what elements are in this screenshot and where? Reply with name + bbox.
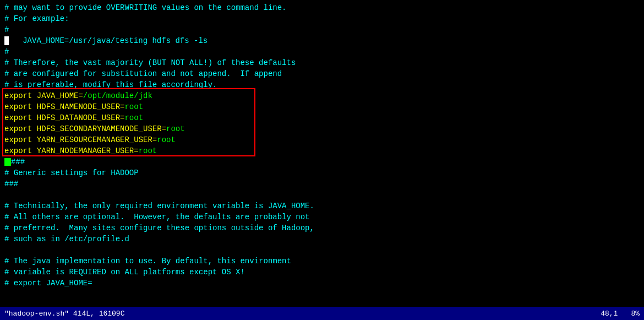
code-line: # Technically, the only required environ…	[4, 200, 640, 211]
code-line: ###	[4, 178, 640, 189]
code-line: # The java implementation to use. By def…	[4, 256, 640, 267]
code-line: # All others are optional. However, the …	[4, 211, 640, 223]
code-line: export HDFS_DATANODE_USER=root	[4, 112, 640, 123]
code-line: export HDFS_SECONDARYNAMENODE_USER=root	[4, 123, 640, 134]
code-line: JAVA_HOME=/usr/java/testing hdfs dfs -ls	[4, 35, 640, 46]
code-line: # such as in /etc/profile.d	[4, 234, 640, 245]
code-editor: # may want to provide OVERWRITING values…	[0, 0, 644, 307]
code-line: # is preferable, modify this file accord…	[4, 79, 640, 90]
code-line: export YARN_RESOURCEMANAGER_USER=root	[4, 134, 640, 145]
code-line: #	[4, 46, 640, 57]
statusbar-position: 48,1	[601, 310, 618, 318]
statusbar-right: 48,1 8%	[601, 310, 640, 318]
code-line: export YARN_NODEMANAGER_USER=root	[4, 145, 640, 156]
statusbar-percent: 8%	[631, 310, 640, 318]
code-line: ###	[4, 156, 640, 167]
code-line: # export JAVA_HOME=	[4, 278, 640, 289]
code-line: export JAVA_HOME=/opt/module/jdk	[4, 90, 640, 101]
code-line: #	[4, 24, 640, 35]
statusbar-filename: "hadoop-env.sh" 414L, 16109C	[4, 310, 601, 318]
code-line: # preferred. Many sites configure these …	[4, 223, 640, 234]
code-line: # may want to provide OVERWRITING values…	[4, 2, 640, 13]
code-line: # Therefore, the vast majority (BUT NOT …	[4, 57, 640, 68]
code-line: export HDFS_NAMENODE_USER=root	[4, 101, 640, 112]
code-line	[4, 189, 640, 200]
code-line: # are configured for substitution and no…	[4, 68, 640, 79]
code-line: # variable is REQUIRED on ALL platforms …	[4, 267, 640, 278]
code-line: # Generic settings for HADOOP	[4, 167, 640, 178]
code-line: # For example:	[4, 13, 640, 24]
code-line	[4, 245, 640, 256]
status-bar: "hadoop-env.sh" 414L, 16109C 48,1 8%	[0, 307, 644, 320]
